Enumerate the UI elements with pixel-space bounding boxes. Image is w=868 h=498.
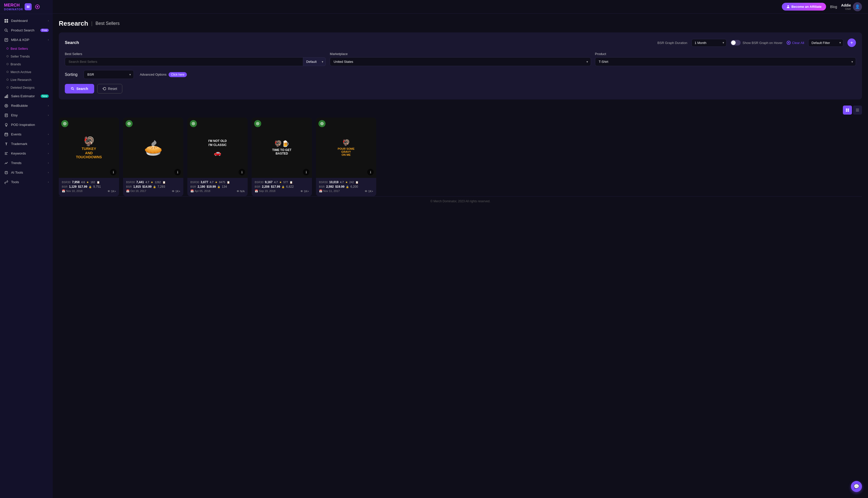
product-info-button[interactable]: ℹ [303,169,309,175]
product-group: Product T-Shirt Hoodie Tank Top [595,52,856,66]
product-card[interactable]: I'M NOT OLDI'M CLASSIC🚗 ℹ BSR30 3,677 4.… [187,118,248,196]
sidebar-item-tools[interactable]: Tools › [0,178,53,187]
bsr30-label: BSR30 [190,181,199,184]
advanced-options-label: Advanced Options [140,73,166,76]
sorting-select-wrapper: BSR Rating Reviews [84,70,134,79]
bsr-duration-select[interactable]: 1 Month 3 Months 6 Months 1 Year [692,39,726,47]
sidebar-label-ai-tools: AI Tools [11,171,23,174]
lock-value: 134 [222,185,227,188]
sidebar-item-mba-kdp[interactable]: MBA & KDP › [0,35,53,45]
chevron-icon: › [48,133,49,136]
sidebar-label-product-search: Product Search [11,28,35,32]
user-area[interactable]: Addie User 👤 [841,2,862,11]
product-select[interactable]: T-Shirt Hoodie Tank Top [595,57,856,66]
product-date-row: 📅 Apr 05, 2018 👁 N/A [190,189,245,193]
sidebar-item-etsy[interactable]: Etsy › [0,110,53,120]
lock-icon: 🔒 [217,185,220,188]
sidebar-label-live-research: Live Research [11,78,31,82]
product-card[interactable]: 🦃🍺TIME TO GETBASTED ℹ BSR30 9,167 4.7 ★ … [252,118,312,196]
blog-link[interactable]: Blog [830,5,837,9]
sidebar-item-trademark[interactable]: T Trademark › [0,139,53,149]
bsr30-value: 7,441 [136,180,144,184]
sidebar-item-sales-estimator[interactable]: Sales Estimator New [0,91,53,101]
best-sellers-type-select[interactable]: Default [303,57,326,66]
sidebar-label-sales-estimator: Sales Estimator [11,94,35,98]
sidebar-item-ai-tools[interactable]: AI Tools › [0,168,53,178]
events-icon [4,132,9,137]
chat-bubble[interactable]: 💬 [851,481,862,492]
target-icon [35,4,40,9]
bsr30-value: 7,958 [72,180,80,184]
product-bsr-row: BSR 2,208 $17.99 🔒 6,822 [255,185,309,188]
sidebar-item-dashboard[interactable]: Dashboard › [0,16,53,26]
bsr-value: 2,592 [326,185,334,188]
svg-rect-32 [847,108,849,110]
product-date-row: 📅 Nov 11, 2017 👁 1K+ [319,189,373,193]
logo-dominator: DOMINATOR [4,8,23,11]
click-here-badge[interactable]: Click here [169,72,187,77]
product-bsr30-row: BSR30 9,167 4.7 ★ 577 📋 [255,180,309,184]
affiliate-label: Become an Affiliate [791,5,822,9]
product-card[interactable]: 🥧 ℹ BSR30 7,441 4.7 ★ 1262 📋 BSR 1,915 $… [123,118,183,196]
best-sellers-input[interactable] [65,57,303,66]
bsr-graph-toggle[interactable] [731,40,741,45]
rating-value: 4.7 [340,181,344,184]
sidebar-item-best-sellers[interactable]: Best Sellers [0,45,53,53]
page-subtitle: Best Sellers [95,21,120,26]
product-views: 👁 N/A [237,190,245,193]
chevron-icon: › [48,104,49,107]
sidebar-item-product-search[interactable]: Product Search Free [0,26,53,35]
sidebar-item-events[interactable]: Events › [0,130,53,139]
bsr-value: 2,208 [262,185,269,188]
add-filter-button[interactable]: + [847,38,856,47]
clear-all-label: Clear All [792,41,804,45]
pod-icon [4,122,9,127]
sidebar-item-seller-trends[interactable]: Seller Trends [0,53,53,60]
product-bsr30-row: BSR30 3,677 4.7 ★ 8475 📋 [190,180,245,184]
product-card[interactable]: 🦃POUR SOMEGRAVYON ME ℹ BSR30 10,019 4.7 … [316,118,376,196]
sidebar-item-redbubble[interactable]: RedBubble › [0,101,53,110]
sidebar-item-live-research[interactable]: Live Research [0,76,53,84]
bsr30-value: 3,677 [201,180,208,184]
sorting-select[interactable]: BSR Rating Reviews [84,70,134,79]
chevron-icon: › [48,19,49,22]
reset-button[interactable]: Reset [97,84,123,93]
product-info-button[interactable]: ℹ [110,169,117,175]
sorting-row: Sorting BSR Rating Reviews Advanced Opti… [65,70,856,79]
product-badge [190,120,197,127]
lock-value: 6,200 [350,185,358,188]
bsr30-label: BSR30 [126,181,135,184]
affiliate-button[interactable]: Become an Affiliate [782,3,826,11]
sidebar-label-trademark: Trademark [11,142,27,146]
search-button[interactable]: Search [65,84,94,93]
lock-value: 9,751 [93,185,101,188]
product-info-button[interactable]: ℹ [174,169,181,175]
sidebar-item-trends[interactable]: Trends › [0,158,53,168]
list-view-button[interactable] [853,106,862,115]
trends-icon [4,161,9,165]
user-avatar[interactable]: 👤 [853,2,862,11]
sidebar-item-deleted-designs[interactable]: Deleted Designs [0,84,53,91]
svg-rect-36 [856,110,859,110]
clear-all-button[interactable]: Clear All [787,41,804,45]
sidebar-label-etsy: Etsy [11,113,17,117]
product-info-button[interactable]: ℹ [239,169,245,175]
product-card[interactable]: 🦃TURKEYANDTOUCHDOWNS ℹ BSR30 7,958 4.6 ★… [59,118,119,196]
product-select-wrapper: T-Shirt Hoodie Tank Top [595,57,856,66]
sidebar-item-brands[interactable]: Brands [0,60,53,68]
product-info-button[interactable]: ℹ [367,169,374,175]
product-date: 📅 Nov 11, 2017 [319,189,340,193]
content-area: Research | Best Sellers Search BSR Graph… [53,14,868,498]
sidebar-item-merch-archive[interactable]: Merch Archive [0,68,53,76]
sidebar-item-keywords[interactable]: Keywords › [0,149,53,158]
sidebar-label-brands: Brands [11,62,21,66]
svg-rect-33 [846,110,847,112]
sidebar-label-merch-archive: Merch Archive [11,70,31,74]
marketplace-select[interactable]: United States United Kingdom Germany [330,57,591,66]
sidebar-label-redbubble: RedBubble [11,104,28,107]
default-filter-wrapper: Default Filter [808,39,843,47]
default-filter-select[interactable]: Default Filter [808,39,843,47]
sidebar-item-pod[interactable]: POD Inspiration [0,120,53,130]
grid-view-button[interactable] [843,106,852,115]
advanced-options: Advanced Options Click here [140,72,187,77]
